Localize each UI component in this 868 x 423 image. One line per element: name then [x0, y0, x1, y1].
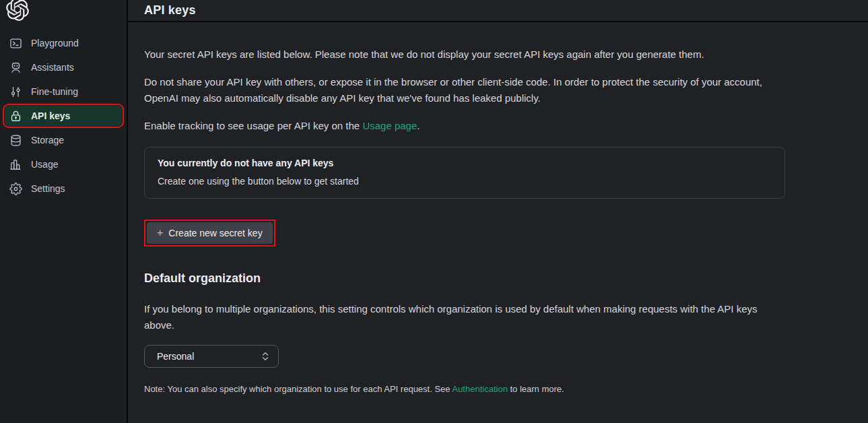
chevron-up-down-icon: [261, 352, 269, 361]
note-text: Note: You can also specify which organiz…: [144, 384, 452, 394]
main-panel: API keys Your secret API keys are listed…: [128, 0, 868, 423]
authentication-link[interactable]: Authentication: [452, 384, 507, 394]
selected-organization-value: Personal: [157, 351, 194, 362]
assistant-icon: [9, 61, 22, 74]
bar-chart-icon: [9, 158, 22, 171]
sidebar-item-playground[interactable]: Playground: [5, 33, 122, 53]
sidebar-item-usage[interactable]: Usage: [5, 154, 122, 174]
tracking-text: Enable tracking to see usage per API key…: [144, 120, 362, 131]
no-api-keys-card: You currently do not have any API keys C…: [144, 147, 785, 199]
sidebar-item-label: Usage: [31, 159, 58, 170]
default-organization-title: Default organization: [144, 271, 785, 286]
sidebar-item-api-keys[interactable]: API keys: [5, 106, 122, 126]
tracking-text-suffix: .: [417, 120, 420, 131]
app-window: Playground Assistants Fine-tuning: [0, 0, 868, 423]
page-content: Your secret API keys are listed below. P…: [128, 22, 868, 394]
openai-logo-icon: [6, 0, 29, 21]
sidebar-item-label: Fine-tuning: [31, 86, 78, 97]
openai-logo[interactable]: [0, 0, 127, 29]
sidebar-item-storage[interactable]: Storage: [5, 130, 122, 150]
page-title: API keys: [144, 3, 196, 18]
gear-icon: [9, 183, 22, 195]
sidebar: Playground Assistants Fine-tuning: [0, 0, 128, 423]
note-text-suffix: to learn more.: [508, 384, 564, 394]
default-organization-select[interactable]: Personal: [144, 345, 279, 368]
lock-icon: [9, 110, 22, 123]
sidebar-item-label: API keys: [31, 110, 70, 121]
sidebar-item-settings[interactable]: Settings: [5, 178, 122, 199]
sidebar-item-label: Settings: [31, 183, 65, 194]
plus-icon: +: [157, 228, 163, 238]
sidebar-item-label: Storage: [31, 135, 64, 145]
no-api-keys-subtitle: Create one using the button below to get…: [158, 176, 772, 187]
create-key-label: Create new secret key: [168, 228, 262, 238]
page-header: API keys: [128, 0, 868, 22]
sidebar-item-label: Assistants: [31, 62, 74, 73]
terminal-icon: [9, 37, 22, 50]
create-key-annotation-box: + Create new secret key: [144, 220, 275, 247]
default-organization-description: If you belong to multiple organizations,…: [144, 301, 785, 333]
database-icon: [9, 134, 22, 147]
intro-paragraph-2: Do not share your API key with others, o…: [144, 74, 785, 106]
no-api-keys-title: You currently do not have any API keys: [158, 158, 772, 168]
usage-page-link[interactable]: Usage page: [362, 120, 417, 131]
sidebar-item-label: Playground: [31, 38, 79, 48]
tracking-paragraph: Enable tracking to see usage per API key…: [144, 118, 785, 134]
sidebar-nav: Playground Assistants Fine-tuning: [0, 33, 127, 199]
create-new-secret-key-button[interactable]: + Create new secret key: [147, 222, 273, 244]
intro-paragraph-1: Your secret API keys are listed below. P…: [144, 46, 785, 63]
organization-note: Note: You can also specify which organiz…: [144, 384, 785, 394]
sidebar-item-assistants[interactable]: Assistants: [5, 57, 122, 77]
sidebar-item-fine-tuning[interactable]: Fine-tuning: [5, 82, 122, 102]
sliders-icon: [9, 86, 22, 98]
